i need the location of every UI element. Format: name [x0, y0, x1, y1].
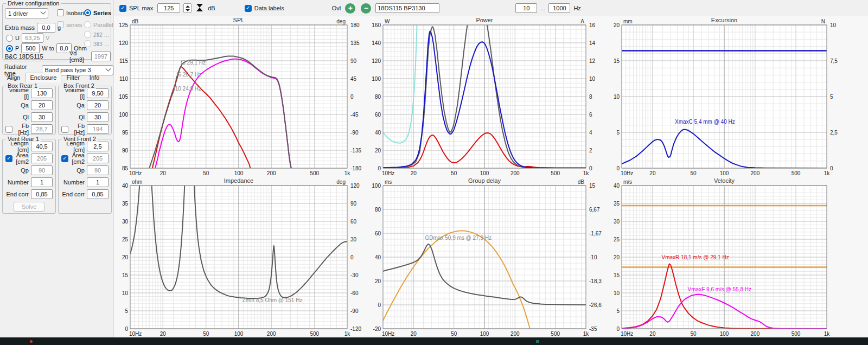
- spl-max-checkbox[interactable]: [119, 5, 126, 12]
- svg-text:160: 160: [372, 22, 381, 28]
- svg-text:Group delay: Group delay: [468, 177, 501, 184]
- vent-rear-length-input[interactable]: [31, 142, 53, 151]
- charts-grid: 12512011511010510095908518013590450-45-9…: [114, 16, 868, 337]
- db-unit-label: dB: [208, 5, 215, 11]
- svg-text:0: 0: [125, 326, 128, 332]
- box-front-ql-input[interactable]: [87, 112, 108, 122]
- box-front-fb-input[interactable]: [87, 124, 108, 134]
- svg-text:20: 20: [160, 331, 167, 337]
- box-front-volume-input[interactable]: [87, 88, 108, 98]
- tab-align[interactable]: Align: [2, 73, 25, 82]
- overlay-name-input[interactable]: [375, 3, 439, 13]
- vent-rear-endcorr-input[interactable]: [31, 189, 53, 199]
- svg-text:200: 200: [267, 170, 276, 176]
- vent-rear-area-checkbox[interactable]: [5, 155, 12, 162]
- vent-front-area-checkbox[interactable]: [61, 155, 68, 162]
- svg-text:deg: deg: [336, 18, 346, 24]
- box-front-fb-label: Fb [Hz]: [71, 123, 85, 136]
- svg-text:135: 135: [350, 40, 360, 46]
- svg-text:60: 60: [350, 219, 357, 225]
- box-front-qa-input[interactable]: [87, 100, 108, 110]
- vent-rear-qp-input[interactable]: [31, 165, 53, 175]
- svg-text:W: W: [385, 18, 390, 24]
- vent-rear-qp-label: Qp: [21, 167, 29, 174]
- driver-count-select[interactable]: 1 driver: [5, 8, 48, 18]
- svg-text:60: 60: [375, 231, 381, 237]
- freq-from-input[interactable]: [515, 3, 537, 13]
- vent-rear-area-input[interactable]: [31, 154, 53, 163]
- svg-text:100: 100: [720, 331, 729, 337]
- svg-text:ohm: ohm: [132, 179, 142, 185]
- voltage-radio[interactable]: [6, 35, 13, 42]
- config-2x2-radio[interactable]: [84, 31, 91, 38]
- svg-text:85: 85: [122, 165, 129, 171]
- svg-text:A: A: [580, 18, 584, 24]
- box-rear-ql-input[interactable]: [31, 112, 53, 122]
- panel-tabs: Align Enclosure Filter Info: [2, 73, 104, 82]
- svg-text:200: 200: [751, 170, 760, 176]
- freq-separator: ...: [540, 5, 545, 11]
- vent-front-endcorr-input[interactable]: [87, 189, 108, 199]
- svg-text:500: 500: [310, 331, 319, 337]
- svg-text:10: 10: [614, 94, 620, 100]
- overlay-add-button[interactable]: +: [345, 3, 355, 14]
- freq-to-input[interactable]: [548, 3, 570, 13]
- svg-text:20: 20: [122, 254, 129, 260]
- svg-text:-120: -120: [350, 326, 361, 332]
- svg-text:1k: 1k: [824, 170, 831, 176]
- svg-text:2: 2: [589, 148, 592, 154]
- tab-info[interactable]: Info: [85, 73, 104, 82]
- tab-enclosure[interactable]: Enclosure: [25, 73, 61, 82]
- svg-text:dB: dB: [132, 18, 139, 24]
- fit-scale-icon[interactable]: [196, 4, 203, 12]
- svg-text:90: 90: [350, 58, 357, 64]
- svg-text:120: 120: [350, 183, 360, 189]
- parallel-radio[interactable]: [84, 21, 91, 28]
- vent-front-area-input[interactable]: [87, 154, 108, 163]
- svg-text:100: 100: [720, 170, 729, 176]
- svg-text:100: 100: [372, 76, 381, 82]
- taskbar[interactable]: [0, 337, 868, 345]
- box-rear-qa-input[interactable]: [31, 100, 53, 110]
- vent-front-length-input[interactable]: [87, 142, 108, 151]
- svg-text:15: 15: [614, 272, 620, 278]
- box-rear-fb-input[interactable]: [31, 124, 53, 134]
- vent-front-number-input[interactable]: [87, 177, 108, 187]
- svg-text:30: 30: [614, 219, 620, 225]
- voltage-input[interactable]: [22, 33, 43, 43]
- svg-text:50: 50: [451, 170, 457, 176]
- spl-max-input[interactable]: [157, 3, 180, 13]
- overlay-remove-button[interactable]: −: [361, 3, 371, 14]
- vent-rear-number-input[interactable]: [31, 177, 53, 187]
- vent-front-qp-input[interactable]: [87, 165, 108, 175]
- svg-text:30: 30: [350, 237, 357, 242]
- svg-text:7,5: 7,5: [830, 58, 838, 64]
- voltage-unit: V: [46, 35, 49, 41]
- svg-text:Impedance: Impedance: [224, 177, 253, 184]
- svg-text:16: 16: [589, 22, 596, 28]
- box-rear-volume-input[interactable]: [31, 88, 53, 98]
- series-radio[interactable]: [84, 9, 91, 16]
- tab-filter[interactable]: Filter: [61, 73, 84, 82]
- box-front-group: Box Front 2 Volume [l] Qa Ql Fb [Hz]: [58, 86, 112, 135]
- data-labels-checkbox[interactable]: [245, 5, 252, 12]
- svg-text:100: 100: [372, 183, 381, 189]
- vent-rear-endcorr-label: End corr: [6, 191, 29, 197]
- svg-text:20: 20: [614, 22, 620, 28]
- spl-max-spinner[interactable]: [183, 3, 192, 13]
- svg-text:-30: -30: [350, 272, 359, 278]
- driver-name-input[interactable]: [3, 52, 67, 61]
- box-rear-fb-checkbox[interactable]: [5, 126, 12, 133]
- svg-text:Velocity: Velocity: [714, 177, 735, 184]
- vd-input[interactable]: [91, 52, 111, 61]
- svg-text:10: 10: [589, 76, 596, 82]
- extra-mass-input[interactable]: [37, 23, 55, 33]
- svg-text:5: 5: [125, 308, 128, 314]
- box-front-ql-label: Ql: [79, 114, 85, 120]
- svg-text:m/s: m/s: [623, 179, 632, 185]
- isobaric-checkbox[interactable]: [57, 9, 64, 16]
- svg-text:GDmax 50,9 ms @ 27,9 Hz: GDmax 50,9 ms @ 27,9 Hz: [425, 235, 492, 241]
- group-delay-chart: 100806040200-20156,67-1,67-10-18,3-26,6-…: [367, 177, 605, 337]
- solve-button[interactable]: Solve: [14, 202, 45, 212]
- box-front-fb-checkbox[interactable]: [61, 126, 68, 133]
